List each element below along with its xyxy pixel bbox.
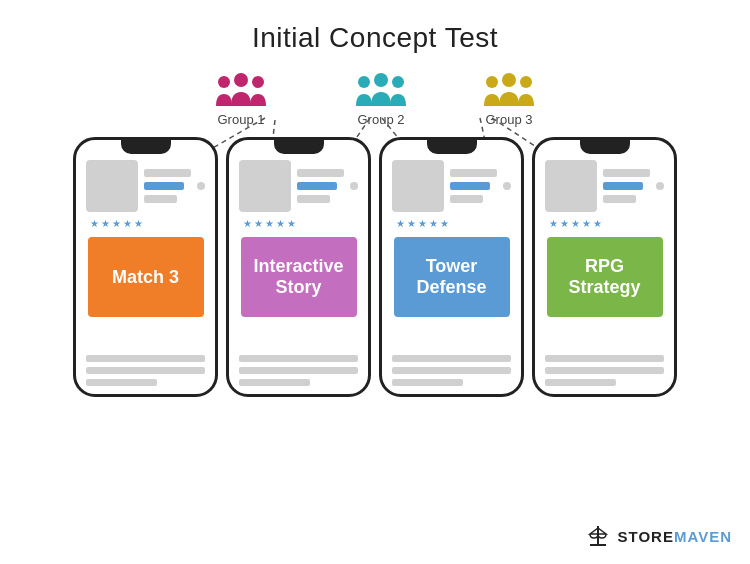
phone-match3: ★ ★ ★ ★ ★ Match 3 [73, 137, 218, 397]
dot [350, 182, 358, 190]
phone-interactive-story: ★ ★ ★ ★ ★ Interactive Story [226, 137, 371, 397]
svg-point-6 [486, 76, 498, 88]
game-label-interactive: Interactive Story [241, 237, 357, 317]
groups-row: Group 1 Group 2 Group 3 [0, 72, 750, 127]
page-title: Initial Concept Test [0, 0, 750, 54]
phones-row: ★ ★ ★ ★ ★ Match 3 [0, 137, 750, 397]
dot [503, 182, 511, 190]
line-blue [297, 182, 337, 190]
svg-point-2 [252, 76, 264, 88]
svg-point-7 [502, 73, 516, 87]
group2-icon [354, 72, 408, 112]
screenshot-img-tower [392, 160, 444, 212]
group3-item: Group 3 [454, 72, 564, 127]
stars-interactive: ★ ★ ★ ★ ★ [243, 218, 296, 229]
svg-point-3 [358, 76, 370, 88]
svg-point-1 [234, 73, 248, 87]
scales-icon [584, 522, 612, 550]
line-blue [450, 182, 490, 190]
dot [656, 182, 664, 190]
svg-point-8 [520, 76, 532, 88]
game-label-rpg: RPG Strategy [547, 237, 663, 317]
group3-label: Group 3 [486, 112, 533, 127]
screenshot-img-rpg [545, 160, 597, 212]
phone-frame-match3: ★ ★ ★ ★ ★ Match 3 [73, 137, 218, 397]
group1-icon [214, 72, 268, 112]
line-blue [144, 182, 184, 190]
phone-frame-interactive: ★ ★ ★ ★ ★ Interactive Story [226, 137, 371, 397]
group3-icon [482, 72, 536, 112]
line1 [450, 169, 497, 177]
group1-label: Group 1 [218, 112, 265, 127]
brand-name: STOREMAVEN [618, 528, 732, 545]
group2-item: Group 2 [326, 72, 436, 127]
screenshot-img-interactive [239, 160, 291, 212]
game-label-tower: Tower Defense [394, 237, 510, 317]
line1 [297, 169, 344, 177]
group2-label: Group 2 [358, 112, 405, 127]
line2 [297, 195, 330, 203]
line1 [144, 169, 191, 177]
phone-rpg-strategy: ★ ★ ★ ★ ★ RPG Strategy [532, 137, 677, 397]
svg-point-5 [392, 76, 404, 88]
stars-rpg: ★ ★ ★ ★ ★ [549, 218, 602, 229]
svg-point-0 [218, 76, 230, 88]
game-label-match3: Match 3 [88, 237, 204, 317]
watermark: STOREMAVEN [584, 522, 732, 550]
line-blue [603, 182, 643, 190]
line1 [603, 169, 650, 177]
group1-item: Group 1 [186, 72, 296, 127]
svg-point-4 [374, 73, 388, 87]
stars-tower: ★ ★ ★ ★ ★ [396, 218, 449, 229]
line2 [603, 195, 636, 203]
line2 [144, 195, 177, 203]
page-wrapper: Initial Concept Test Group 1 [0, 0, 750, 564]
dot [197, 182, 205, 190]
phone-tower-defense: ★ ★ ★ ★ ★ Tower Defense [379, 137, 524, 397]
screenshot-img-match3 [86, 160, 138, 212]
phone-frame-tower: ★ ★ ★ ★ ★ Tower Defense [379, 137, 524, 397]
stars-match3: ★ ★ ★ ★ ★ [90, 218, 143, 229]
svg-rect-16 [590, 544, 606, 546]
phone-frame-rpg: ★ ★ ★ ★ ★ RPG Strategy [532, 137, 677, 397]
line2 [450, 195, 483, 203]
